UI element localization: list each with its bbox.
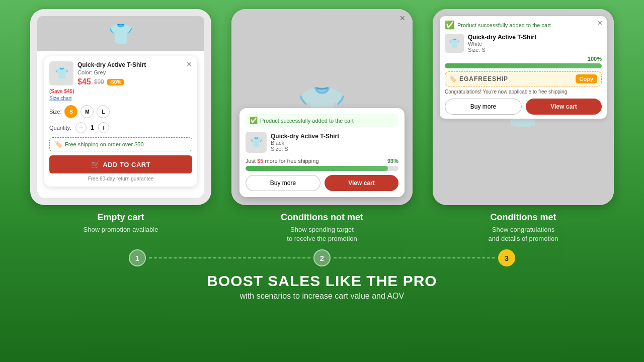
labels-row: Empty cart Show promotion available Cond… xyxy=(0,205,644,243)
popup-product-color-3: White xyxy=(468,41,536,47)
progress-label-2: Just $5 more for free shipping 93% xyxy=(246,158,398,164)
phone2-screen: 👕 ✕ ✅ Product successfully added to the … xyxy=(231,9,413,205)
label-title-1: Empty cart xyxy=(25,212,216,223)
close-icon-3[interactable]: ✕ xyxy=(597,19,603,27)
progress-bar-fill-3 xyxy=(445,63,602,68)
shirt-bg-icon: 👕 xyxy=(108,22,133,46)
success-msg-2: Product successfully added to the cart xyxy=(260,118,354,124)
phones-row: 👕 ✕ 👕 Quick-dry Active T-Shirt Color: Gr… xyxy=(0,0,644,205)
product-top: 👕 Quick-dry Active T-Shirt Color: Grey $… xyxy=(49,61,192,86)
price-orig-1: $90 xyxy=(94,78,104,85)
label-desc-1: Show promotion available xyxy=(25,225,216,234)
product-name-1: Quick-dry Active T-Shirt xyxy=(77,61,146,68)
popup-thumb-3: 👕 xyxy=(445,34,464,53)
promo-code-text: EGAFREESHIP xyxy=(459,75,573,82)
popup-product-color-2: Black xyxy=(271,140,339,146)
product-card-1: ✕ 👕 Quick-dry Active T-Shirt Color: Grey… xyxy=(44,56,197,187)
copy-button[interactable]: Copy xyxy=(576,74,598,83)
tag-icon: 🏷️ xyxy=(55,141,62,148)
add-to-cart-label: ADD TO CART xyxy=(103,161,150,168)
steps-row: 1 2 3 xyxy=(129,243,515,269)
popup-product-3: 👕 Quick-dry Active T-Shirt White Size: S xyxy=(445,34,602,53)
popup-product-info-2: Quick-dry Active T-Shirt Black Size: S xyxy=(271,133,339,152)
phone1-wrapper: 👕 ✕ 👕 Quick-dry Active T-Shirt Color: Gr… xyxy=(25,9,216,205)
success-banner-3: ✅ Product successfully added to the cart xyxy=(445,20,602,30)
product-info-1: Quick-dry Active T-Shirt Color: Grey $45… xyxy=(77,61,146,86)
product-color-1: Color: Grey xyxy=(77,69,146,75)
price-row-1: $45 $90 -50% xyxy=(77,77,146,86)
progress-pct-2: 93% xyxy=(387,158,398,164)
phone3-screen: 👕 ✕ ✅ Product successfully added to the … xyxy=(433,9,614,205)
discount-badge-1: -50% xyxy=(107,79,124,85)
phone1-screen: 👕 ✕ 👕 Quick-dry Active T-Shirt Color: Gr… xyxy=(30,9,211,205)
step-line-1-2 xyxy=(149,257,310,258)
congrats-text: Congratulations! You're now applicable t… xyxy=(445,89,602,95)
step-1-circle: 1 xyxy=(129,249,146,266)
progress-pct-3: 100% xyxy=(588,56,602,62)
price-sale-1: $45 xyxy=(77,77,91,86)
progress-label-3: 100% xyxy=(445,56,602,62)
popup-product-info-3: Quick-dry Active T-Shirt White Size: S xyxy=(468,34,536,53)
label-title-2: Conditions not met xyxy=(226,212,418,223)
product-thumb-1: 👕 xyxy=(49,61,73,85)
success-msg-3: Product successfully added to the cart xyxy=(457,22,551,28)
step-2-circle: 2 xyxy=(313,249,331,266)
label-desc-3: Show congratulationsand details of promo… xyxy=(428,225,619,243)
popup-product-name-3: Quick-dry Active T-Shirt xyxy=(468,34,536,41)
promo-code-row: 🏷️ EGAFREESHIP Copy xyxy=(445,71,602,86)
label-block-2: Conditions not met Show spending targett… xyxy=(226,212,418,243)
return-text: Free 60-day return guarantee xyxy=(49,176,192,182)
buy-more-button-2[interactable]: Buy more xyxy=(246,175,320,191)
boost-title: BOOST SALES LIKE THE PRO xyxy=(207,273,437,290)
buy-more-button-3[interactable]: Buy more xyxy=(445,99,522,115)
progress-section-2: Just $5 more for free shipping 93% xyxy=(246,158,398,171)
size-s-btn[interactable]: S xyxy=(64,105,77,118)
popup-product-size-2: Size: S xyxy=(271,146,339,152)
qty-decrease-btn[interactable]: − xyxy=(75,122,87,133)
popup-actions-2: Buy more View cart xyxy=(246,175,398,191)
qty-section: Quantity: − 1 + xyxy=(49,122,192,133)
free-ship-banner: 🏷️ Free shipping on order over $50 xyxy=(49,137,192,151)
popup-card-2: ✅ Product successfully added to the cart… xyxy=(239,108,405,197)
step-3-circle: 3 xyxy=(498,249,515,266)
view-cart-button-2[interactable]: View cart xyxy=(325,175,398,191)
save-text-1: (Save $45) xyxy=(49,88,192,94)
progress-bar-fill-2 xyxy=(246,166,388,171)
bottom-text: BOOST SALES LIKE THE PRO with scenarios … xyxy=(207,269,437,304)
check-circle-3: ✅ xyxy=(445,20,455,30)
view-cart-button-3[interactable]: View cart xyxy=(526,99,602,115)
phone1-inner: 👕 ✕ 👕 Quick-dry Active T-Shirt Color: Gr… xyxy=(37,16,204,198)
close-button-1[interactable]: ✕ xyxy=(186,60,192,68)
popup-product-name-2: Quick-dry Active T-Shirt xyxy=(271,133,339,140)
label-title-3: Conditions met xyxy=(428,212,619,223)
check-circle-2: ✅ xyxy=(250,117,258,124)
qty-increase-btn[interactable]: + xyxy=(98,122,109,133)
mini-card-3: ✕ ✅ Product successfully added to the ca… xyxy=(440,16,607,119)
phone3-wrapper: 👕 ✕ ✅ Product successfully added to the … xyxy=(428,9,619,205)
progress-bar-bg-2 xyxy=(246,166,398,171)
size-label: Size: xyxy=(49,109,61,115)
popup-product-2: 👕 Quick-dry Active T-Shirt Black Size: S xyxy=(246,132,398,153)
popup-product-size-3: Size: S xyxy=(468,47,536,53)
popup-thumb-2: 👕 xyxy=(246,132,267,153)
label-block-3: Conditions met Show congratulationsand d… xyxy=(428,212,619,243)
phone2-wrapper: 👕 ✕ ✅ Product successfully added to the … xyxy=(226,9,418,205)
size-m-btn[interactable]: M xyxy=(80,105,94,118)
step-line-2-3 xyxy=(334,257,495,258)
label-block-1: Empty cart Show promotion available xyxy=(25,212,216,243)
qty-value: 1 xyxy=(91,124,94,131)
cart-icon: 🛒 xyxy=(91,160,100,168)
add-to-cart-button[interactable]: 🛒 ADD TO CART xyxy=(49,155,192,173)
boost-subtitle: with scenarios to increase cart value an… xyxy=(207,292,437,301)
qty-label: Quantity: xyxy=(49,125,71,131)
progress-text-2: Just $5 more for free shipping xyxy=(246,158,319,164)
size-section: Size: S M L xyxy=(49,105,192,118)
free-ship-text: Free shipping on order over $50 xyxy=(65,141,144,147)
promo-tag-icon: 🏷️ xyxy=(449,75,457,82)
close-icon-2[interactable]: ✕ xyxy=(399,14,406,22)
size-chart-link[interactable]: Size chart xyxy=(49,96,192,101)
popup-actions-3: Buy more View cart xyxy=(445,99,602,115)
label-desc-2: Show spending targetto receive the promo… xyxy=(226,225,418,243)
progress-bar-bg-3 xyxy=(445,63,602,68)
size-l-btn[interactable]: L xyxy=(97,105,110,118)
